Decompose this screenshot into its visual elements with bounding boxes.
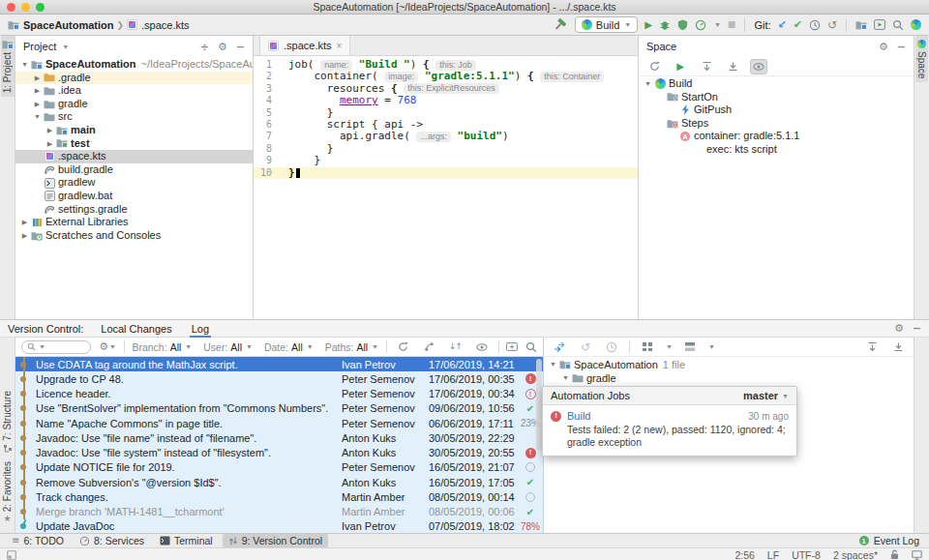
chevron-down-icon[interactable]: ▼: [714, 21, 721, 28]
breadcrumb-item[interactable]: SpaceAutomation: [8, 19, 114, 31]
filter-branch[interactable]: Branch:All▼: [132, 341, 192, 353]
chevron-down-icon[interactable]: ▼: [62, 44, 69, 50]
tree-item-space-kts[interactable]: .space.kts: [15, 150, 253, 163]
project-folder-icon[interactable]: [855, 20, 867, 30]
code-line-10[interactable]: 10}: [254, 167, 638, 179]
event-log-button[interactable]: 1 Event Log: [859, 535, 923, 546]
editor-tab-space-kts[interactable]: .space.kts ×: [259, 36, 350, 55]
group-button[interactable]: [639, 339, 656, 355]
filter-settings-button[interactable]: ⚙▼: [99, 339, 116, 355]
history-icon[interactable]: [809, 19, 821, 31]
commit-row[interactable]: Name "Apache Commons" in page title.Pete…: [15, 416, 543, 430]
tree-item-gradle[interactable]: ▶gradle: [15, 98, 253, 111]
tree-item-idea[interactable]: ▶.idea: [15, 84, 253, 98]
group2-button[interactable]: [681, 339, 699, 355]
commit-row[interactable]: Merge branch 'MATH-1481__tcharmont'Marti…: [15, 505, 543, 519]
locate-icon[interactable]: ÷: [200, 42, 209, 52]
jump-button[interactable]: [551, 339, 568, 355]
lock-icon[interactable]: [890, 549, 899, 560]
filter-user[interactable]: User:All▼: [203, 341, 253, 353]
log-search-input[interactable]: ▼: [21, 340, 91, 354]
branch-selector[interactable]: master ▼: [743, 390, 789, 401]
run-icon[interactable]: ▶: [644, 20, 652, 30]
tree-item-main[interactable]: ▶main: [15, 124, 253, 137]
toolwindow-button-6-todo[interactable]: ≡6: TODO: [6, 534, 70, 547]
commit-row[interactable]: Update NOTICE file for 2019.Peter Semeno…: [15, 460, 543, 475]
chevron-right-icon[interactable]: ▶: [45, 124, 55, 137]
chevron-down-icon[interactable]: ▼: [32, 110, 43, 124]
gear-icon[interactable]: ⚙: [218, 42, 227, 52]
tree-item-gradle[interactable]: ▼gradle: [544, 371, 914, 385]
code-line-7[interactable]: 7 api.gradle( ...args: "build"): [254, 131, 638, 142]
build-status[interactable]: [518, 492, 543, 502]
filter-date[interactable]: Date:All▼: [264, 341, 314, 353]
chevron-right-icon[interactable]: ▶: [45, 137, 55, 151]
build-status[interactable]: ✔: [518, 477, 543, 487]
coverage-icon[interactable]: [677, 19, 688, 31]
refresh-button[interactable]: [395, 339, 412, 355]
filter-paths[interactable]: Paths:All▼: [325, 341, 378, 353]
minimize-icon[interactable]: −: [897, 42, 906, 52]
hammer-icon[interactable]: [554, 18, 568, 32]
file-encoding[interactable]: UTF-8: [792, 549, 821, 560]
toolwindow-button-9-version-control[interactable]: 9: Version Control: [223, 534, 328, 547]
chevron-down-icon[interactable]: ▼: [560, 371, 571, 385]
profiler-icon[interactable]: [695, 19, 706, 31]
search-everywhere-button[interactable]: [525, 339, 537, 355]
tree-item-build-gradle[interactable]: build.gradle: [15, 163, 253, 177]
expand-all-button[interactable]: [863, 339, 881, 355]
commit-row[interactable]: Remove Subversion's "@version $Id$".Anto…: [15, 475, 543, 489]
tree-item-test[interactable]: ▶test: [15, 137, 253, 151]
tab-local-changes[interactable]: Local Changes: [99, 320, 173, 338]
refresh-button[interactable]: [645, 59, 663, 74]
chevron-right-icon[interactable]: ▶: [19, 216, 30, 229]
automation-job-row[interactable]: ! Build 30 m ago: [551, 410, 789, 422]
build-status[interactable]: ✔: [518, 507, 543, 517]
tool-window-toggle-icon[interactable]: [7, 550, 16, 560]
close-icon[interactable]: ×: [337, 41, 343, 51]
tree-item-build[interactable]: ▼Build: [639, 77, 914, 91]
commit-row[interactable]: Licence header.Peter Semenov17/06/2019, …: [15, 387, 543, 401]
tree-item-external-libraries[interactable]: ▶External Libraries: [15, 216, 253, 229]
collapse-all-button[interactable]: [889, 339, 907, 355]
sidebar-tab-space[interactable]: Space: [915, 36, 928, 82]
collapse-all-button[interactable]: [724, 59, 741, 74]
tree-item-spaceautomation[interactable]: ▼SpaceAutomation~/IdeaProjects/SpaceAuto…: [15, 58, 253, 72]
tab-log[interactable]: Log: [190, 320, 211, 338]
intellisort-button[interactable]: [421, 339, 438, 355]
tree-item-container-gradle-5-1-1[interactable]: Acontainer: gradle:5.1.1: [639, 130, 914, 143]
expand-all-button[interactable]: [698, 59, 715, 74]
commit-row[interactable]: Javadoc: Use "file name" instead of "fil…: [15, 430, 543, 445]
rollback-icon[interactable]: ↺: [827, 19, 837, 31]
update-icon[interactable]: ↙: [778, 19, 787, 30]
tree-item-gradlew[interactable]: gradlew: [15, 176, 253, 190]
indent-style[interactable]: 2 spaces*: [833, 549, 878, 560]
breadcrumb-item[interactable]: .space.kts: [127, 19, 190, 31]
sort-button[interactable]: ↓↑: [447, 339, 464, 355]
terminal-run-icon[interactable]: [874, 19, 885, 30]
code-area[interactable]: 1job( name: "Build ") { this: Job2 conta…: [254, 56, 638, 319]
commit-row[interactable]: Use CDATA tag around the MathJax script.…: [15, 357, 543, 371]
clock-gray-button[interactable]: [603, 339, 620, 355]
code-line-9[interactable]: 9 }: [254, 155, 638, 166]
undo-gray-button[interactable]: ↺: [577, 339, 594, 355]
commit-icon[interactable]: ✔: [794, 19, 802, 30]
code-line-4[interactable]: 4 memory = 768: [254, 95, 638, 106]
chevron-right-icon[interactable]: ▶: [32, 98, 43, 111]
chevron-down-icon[interactable]: ▼: [548, 358, 558, 371]
commit-row[interactable]: Javadoc: Use "file system" instead of "f…: [15, 446, 543, 460]
tree-item-scratches-and-consoles[interactable]: ▶Scratches and Consoles: [15, 229, 253, 243]
run-button[interactable]: ▶: [672, 59, 689, 74]
tree-item-src[interactable]: ▼src: [15, 110, 253, 124]
chevron-down-icon[interactable]: ▼: [19, 58, 30, 72]
stop-icon[interactable]: ■: [728, 20, 736, 29]
commit-row[interactable]: Update JavaDocIvan Petrov07/05/2019, 18:…: [15, 519, 543, 533]
space-logo-icon[interactable]: [911, 19, 921, 30]
tree-item-exec-kts-script[interactable]: exec: kts script: [639, 143, 914, 157]
gear-icon[interactable]: ⚙: [894, 323, 904, 334]
tree-item-starton[interactable]: StartOn: [639, 91, 914, 104]
search-icon[interactable]: [892, 19, 904, 31]
sidebar-tab-structure[interactable]: 7: Structure: [1, 387, 14, 457]
tree-item-gradle[interactable]: ▶.gradle: [15, 72, 253, 85]
toolwindow-button-8-services[interactable]: 8: Services: [74, 534, 150, 547]
